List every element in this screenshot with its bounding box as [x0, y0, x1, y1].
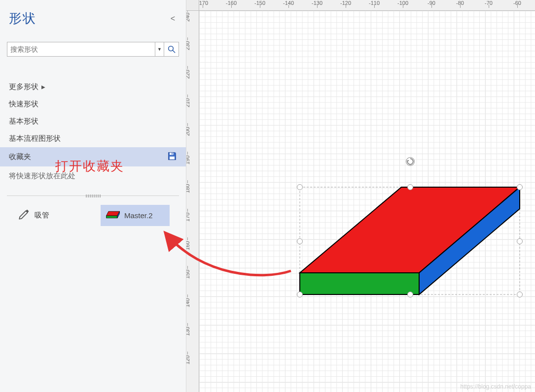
selection-handle[interactable]: [517, 184, 523, 190]
ruler-tick: 130: [186, 327, 190, 336]
stencil-divider[interactable]: [7, 196, 179, 196]
collapse-panel-button[interactable]: <: [169, 12, 177, 25]
svg-rect-4: [170, 157, 175, 160]
category-basic-shapes[interactable]: 基本形状: [0, 113, 186, 130]
shapes-search-input[interactable]: [7, 42, 155, 57]
selection-handle[interactable]: [517, 292, 523, 297]
search-row: ▼: [0, 42, 186, 57]
category-flowchart-shapes[interactable]: 基本流程图形状: [0, 130, 186, 147]
category-label: 更多形状: [9, 82, 38, 92]
stencils-row: 吸管 Master.2: [0, 202, 186, 229]
ruler-tick: -160: [226, 0, 237, 6]
svg-line-1: [173, 50, 175, 53]
stencil-master2[interactable]: Master.2: [101, 205, 170, 226]
canvas-area[interactable]: -170-160-150-140-130-120-110-100-90-80-7…: [186, 0, 535, 392]
ruler-tick: -110: [369, 0, 380, 6]
ruler-tick: -130: [312, 0, 322, 6]
stencil-eyedropper[interactable]: 吸管: [12, 205, 81, 226]
selection-handle[interactable]: [297, 238, 303, 244]
master-thumb-icon: [106, 210, 120, 221]
category-label: 基本形状: [9, 117, 38, 126]
ruler-tick: -140: [283, 0, 294, 6]
svg-marker-7: [107, 216, 118, 218]
ruler-tick: -60: [513, 0, 521, 6]
ruler-tick: -80: [456, 0, 464, 6]
ruler-vertical[interactable]: 240230220210200190180170160150140130120: [186, 11, 199, 392]
ruler-tick: 160: [186, 241, 190, 250]
chevron-right-icon: ▶: [41, 84, 45, 90]
watermark: https://blog.csdn.net/coppa: [461, 383, 531, 390]
svg-rect-3: [170, 153, 174, 155]
selection-handle[interactable]: [517, 238, 523, 244]
ruler-horizontal[interactable]: -170-160-150-140-130-120-110-100-90-80-7…: [199, 0, 535, 11]
annotation-open-favorites: 打开收藏夹: [55, 158, 124, 175]
search-button[interactable]: [164, 42, 179, 57]
svg-marker-11: [300, 273, 419, 294]
category-list: 更多形状 ▶ 快速形状 基本形状 基本流程图形状 收藏夹: [0, 78, 186, 166]
ruler-tick: 220: [186, 70, 190, 79]
drawing-grid[interactable]: [199, 11, 535, 392]
selection-handle[interactable]: [297, 292, 303, 297]
category-quick-shapes[interactable]: 快速形状: [0, 96, 186, 113]
stencil-label: Master.2: [124, 211, 153, 220]
selection-handle[interactable]: [297, 184, 303, 190]
ruler-tick: 150: [186, 270, 190, 279]
stencil-label: 吸管: [35, 211, 49, 220]
ruler-tick: 140: [186, 298, 190, 307]
ruler-tick: 170: [186, 213, 190, 222]
selection-handle[interactable]: [407, 184, 413, 190]
ruler-tick: 120: [186, 356, 190, 364]
ruler-corner: [186, 0, 199, 11]
panel-title: 形状: [9, 10, 36, 27]
ruler-tick: -90: [428, 0, 435, 6]
magnifier-icon: [167, 45, 176, 54]
ruler-tick: 180: [186, 184, 190, 193]
category-more-shapes[interactable]: 更多形状 ▶: [0, 78, 186, 96]
ruler-tick: -120: [340, 0, 351, 6]
ruler-tick: 210: [186, 98, 190, 107]
ruler-tick: 200: [186, 127, 190, 136]
ruler-tick: -150: [254, 0, 265, 6]
svg-rect-5: [172, 153, 173, 154]
category-label: 收藏夹: [9, 152, 31, 162]
ruler-tick: 240: [186, 13, 190, 22]
search-dropdown[interactable]: ▼: [155, 42, 164, 57]
ruler-tick: -100: [397, 0, 408, 6]
ruler-tick: 230: [186, 41, 190, 50]
panel-header: 形状 <: [0, 0, 186, 33]
selection-handle[interactable]: [407, 292, 413, 297]
ruler-tick: 190: [186, 156, 190, 164]
selected-shape[interactable]: [293, 157, 530, 301]
ruler-tick: -70: [485, 0, 493, 6]
rotation-handle[interactable]: [405, 157, 415, 166]
save-icon: [167, 151, 177, 163]
category-label: 基本流程图形状: [9, 134, 61, 143]
eyedropper-icon: [17, 208, 31, 223]
shapes-panel: 形状 < ▼ 更多形状 ▶ 快速形状 基本形状 基本流程图形状 收藏夹: [0, 0, 186, 392]
grip-icon: [86, 195, 101, 197]
category-label: 快速形状: [9, 99, 38, 109]
